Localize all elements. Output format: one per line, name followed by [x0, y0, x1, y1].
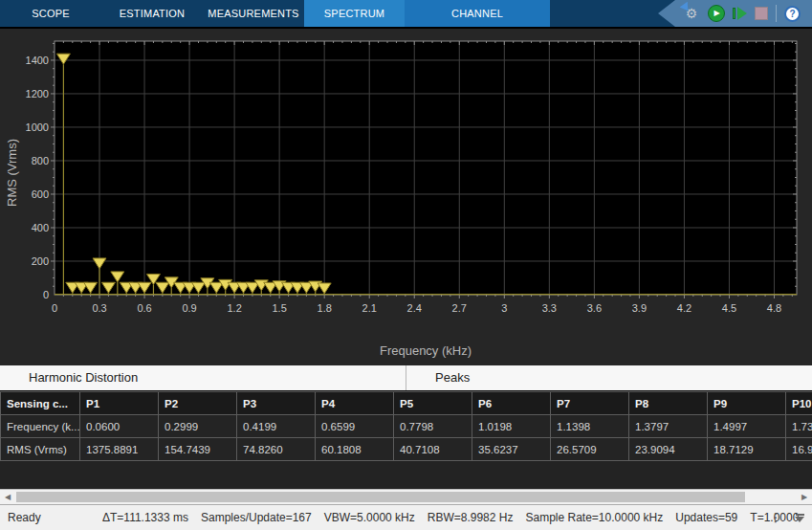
spectrum-plot: 00.30.60.91.21.51.82.12.42.733.33.63.94.… — [0, 29, 812, 365]
table-cell: 23.9094 — [629, 438, 708, 461]
table-cell: 0.0600 — [80, 415, 159, 438]
step-bar-icon — [733, 8, 735, 19]
status-item: Samples/Update=167 — [201, 511, 312, 524]
table-col-header: P8 — [629, 392, 708, 415]
svg-text:3.3: 3.3 — [542, 302, 557, 314]
status-item: VBW=5.0000 kHz — [324, 511, 415, 524]
table-cell: 35.6237 — [472, 438, 551, 461]
table-row-label: Frequency (k... — [1, 415, 80, 438]
tab-estimation[interactable]: ESTIMATION — [101, 0, 203, 27]
table-cell: 16.9157 — [786, 438, 812, 461]
table-col-header: P3 — [237, 392, 316, 415]
table-col-header: P1 — [80, 392, 159, 415]
table-cell: 154.7439 — [159, 438, 237, 461]
table-cell: 60.1808 — [316, 438, 394, 461]
status-item: Sample Rate=10.0000 kHz — [525, 511, 663, 524]
scroll-left-arrow-icon[interactable]: ◀ — [0, 490, 15, 504]
table-col-header: P9 — [708, 392, 786, 415]
table-cell: 18.7129 — [708, 438, 786, 461]
scrollbar-thumb[interactable] — [16, 492, 745, 502]
x-axis-label: Frequency (kHz) — [287, 343, 564, 358]
table-cell: 26.5709 — [551, 438, 629, 461]
overflow-menu-icon[interactable]: ⋮ — [770, 511, 781, 524]
stop-button[interactable] — [755, 7, 768, 20]
tab-spectrum[interactable]: SPECTRUM — [304, 0, 405, 27]
svg-text:1.8: 1.8 — [318, 302, 332, 314]
dock-triangle-icon — [795, 517, 804, 522]
step-forward-button[interactable] — [733, 7, 747, 20]
svg-text:1.5: 1.5 — [273, 302, 287, 314]
table-col-header: P7 — [551, 392, 629, 415]
tab-measurements[interactable]: MEASUREMENTS — [203, 0, 304, 27]
spectrum-settings-icon[interactable]: ⚙ — [683, 5, 700, 22]
table-cell: 1.4997 — [708, 415, 786, 438]
svg-text:1200: 1200 — [26, 88, 49, 99]
dock-bar-icon — [796, 514, 804, 516]
svg-text:1.2: 1.2 — [227, 302, 241, 314]
status-item: RBW=8.9982 Hz — [428, 511, 514, 524]
y-axis-label: RMS (Vrms) — [5, 138, 19, 206]
table-cell: 1.7397 — [786, 415, 812, 438]
svg-text:600: 600 — [32, 188, 49, 200]
svg-text:200: 200 — [32, 255, 49, 267]
svg-text:1400: 1400 — [26, 55, 49, 66]
table-row-label: RMS (Vrms) — [1, 438, 80, 461]
table-cell: 0.7798 — [394, 415, 472, 438]
table-cell: 1375.8891 — [80, 438, 159, 461]
svg-text:3: 3 — [501, 302, 507, 314]
svg-text:1000: 1000 — [26, 121, 49, 133]
harmonics-table: Sensing c...P1P2P3P4P5P6P7P8P9P10Frequen… — [0, 391, 812, 461]
scroll-right-arrow-icon[interactable]: ▶ — [797, 490, 812, 504]
toolstrip-tabbar: SCOPEESTIMATIONMEASUREMENTSSPECTRUMCHANN… — [0, 0, 812, 27]
quick-access-toolbar: ⚙ ▶ ? — [658, 0, 812, 27]
status-items: ΔT=111.1333 msSamples/Update=167VBW=5.00… — [102, 511, 799, 524]
svg-text:2.1: 2.1 — [362, 302, 377, 314]
tab-group: SCOPEESTIMATIONMEASUREMENTSSPECTRUMCHANN… — [0, 0, 550, 27]
svg-text:0.3: 0.3 — [92, 302, 106, 314]
status-bar: Ready ΔT=111.1333 msSamples/Update=167VB… — [0, 504, 812, 530]
table-empty-area — [0, 461, 812, 489]
svg-text:0: 0 — [52, 302, 57, 314]
table-cell: 74.8260 — [237, 438, 316, 461]
status-right-icons: ⋮ — [770, 511, 804, 524]
svg-text:800: 800 — [32, 155, 49, 166]
step-triangle-icon — [737, 7, 747, 20]
svg-text:3.6: 3.6 — [587, 302, 602, 314]
tab-channel-measurements[interactable]: CHANNEL MEASUREMENTS — [405, 0, 550, 27]
table-row: Frequency (k...0.06000.29990.41990.65990… — [1, 415, 812, 438]
tab-scope[interactable]: SCOPE — [0, 0, 101, 27]
y-axis-label-wrap: RMS (Vrms) — [0, 38, 23, 306]
table-cell: 1.3797 — [629, 415, 708, 438]
status-item: ΔT=111.1333 ms — [102, 511, 188, 524]
help-button[interactable]: ? — [784, 6, 801, 22]
table-cell: 1.0198 — [472, 415, 551, 438]
table-cell: 40.7108 — [394, 438, 472, 461]
table-cell: 1.1398 — [551, 415, 629, 438]
spectrum-plot-region: 00.30.60.91.21.51.82.12.42.733.33.63.94.… — [0, 27, 812, 365]
svg-text:3.9: 3.9 — [632, 302, 647, 314]
svg-text:2.4: 2.4 — [407, 302, 422, 314]
table-cell: 0.2999 — [159, 415, 237, 438]
status-item: Updates=59 — [675, 511, 737, 524]
table-row: RMS (Vrms)1375.8891154.743974.826060.180… — [1, 438, 812, 461]
run-button[interactable]: ▶ — [708, 5, 725, 22]
horizontal-scrollbar[interactable]: ◀ ▶ — [0, 489, 812, 504]
table-cell: 0.6599 — [316, 415, 394, 438]
table-cell: 0.4199 — [237, 415, 316, 438]
panel-tab-harmonic-distortion[interactable]: Harmonic Distortion — [0, 365, 406, 390]
svg-text:4.8: 4.8 — [767, 302, 781, 314]
svg-text:400: 400 — [32, 222, 49, 233]
toolbar-divider — [776, 5, 777, 22]
dock-icon[interactable] — [795, 514, 804, 522]
svg-text:0.6: 0.6 — [137, 302, 151, 314]
svg-text:4.5: 4.5 — [722, 302, 736, 314]
svg-text:0.9: 0.9 — [182, 302, 196, 314]
table-col-header: P5 — [394, 392, 472, 415]
svg-text:0: 0 — [43, 289, 49, 300]
table-col-header: P4 — [316, 392, 394, 415]
measurement-panel-tabs: Harmonic DistortionPeaks — [0, 365, 812, 390]
panel-tab-peaks[interactable]: Peaks — [406, 365, 812, 390]
table-corner-header: Sensing c... — [1, 392, 80, 415]
table-col-header: P6 — [472, 392, 551, 415]
svg-text:4.2: 4.2 — [677, 302, 691, 314]
